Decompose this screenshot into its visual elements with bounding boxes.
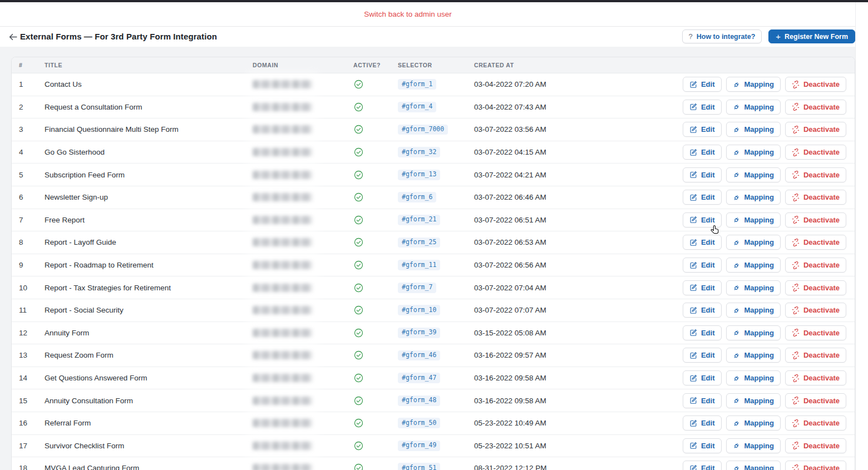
broken-link-icon — [792, 194, 800, 201]
edit-button[interactable]: Edit — [683, 303, 722, 318]
check-circle-icon — [354, 418, 363, 428]
mapping-button[interactable]: Mapping — [726, 145, 781, 160]
deactivate-button[interactable]: Deactivate — [785, 167, 846, 182]
edit-label: Edit — [701, 284, 715, 292]
deactivate-button[interactable]: Deactivate — [785, 235, 846, 250]
deactivate-button[interactable]: Deactivate — [785, 212, 846, 227]
deactivate-button[interactable]: Deactivate — [785, 145, 846, 160]
deactivate-button[interactable]: Deactivate — [785, 77, 846, 92]
deactivate-button[interactable]: Deactivate — [785, 461, 846, 470]
deactivate-button[interactable]: Deactivate — [785, 122, 846, 137]
deactivate-button[interactable]: Deactivate — [785, 438, 846, 453]
plug-mapping-icon — [733, 374, 741, 382]
edit-pencil-icon — [689, 194, 697, 201]
row-actions: Edit Mapping Deactivate — [684, 348, 846, 363]
form-title: Annuity Consultation Form — [45, 397, 253, 405]
edit-button[interactable]: Edit — [683, 325, 722, 340]
edit-button[interactable]: Edit — [683, 77, 722, 92]
deactivate-button[interactable]: Deactivate — [785, 100, 846, 115]
row-number: 12 — [19, 329, 45, 337]
row-number: 8 — [19, 238, 45, 246]
how-to-integrate-button[interactable]: ? How to integrate? — [682, 29, 762, 43]
mapping-button[interactable]: Mapping — [726, 303, 781, 318]
deactivate-button[interactable]: Deactivate — [785, 303, 846, 318]
deactivate-label: Deactivate — [803, 329, 840, 337]
edit-button[interactable]: Edit — [683, 370, 722, 385]
edit-button[interactable]: Edit — [683, 280, 722, 295]
mapping-button[interactable]: Mapping — [726, 325, 781, 340]
edit-button[interactable]: Edit — [683, 145, 722, 160]
plug-mapping-icon — [733, 464, 741, 470]
edit-button[interactable]: Edit — [683, 348, 722, 363]
back-arrow-icon[interactable] — [7, 31, 19, 43]
form-domain-blurred — [253, 299, 353, 321]
deactivate-button[interactable]: Deactivate — [785, 325, 846, 340]
scrollbar[interactable] — [855, 2, 868, 470]
mapping-label: Mapping — [744, 261, 774, 269]
switch-back-to-admin-link[interactable]: Switch back to admin user — [364, 2, 452, 27]
form-title: Request Zoom Form — [45, 351, 253, 359]
edit-button[interactable]: Edit — [683, 415, 722, 431]
edit-label: Edit — [701, 442, 715, 450]
deactivate-button[interactable]: Deactivate — [785, 370, 846, 385]
register-new-form-button[interactable]: + Register New Form — [768, 29, 855, 43]
col-header-title: TITLE — [45, 62, 253, 68]
mapping-button[interactable]: Mapping — [726, 77, 781, 92]
mapping-button[interactable]: Mapping — [726, 415, 781, 431]
deactivate-label: Deactivate — [803, 374, 840, 382]
row-actions: Edit Mapping Deactivate — [684, 258, 846, 273]
mapping-button[interactable]: Mapping — [726, 212, 781, 227]
deactivate-label: Deactivate — [803, 442, 840, 450]
deactivate-button[interactable]: Deactivate — [785, 280, 846, 295]
edit-pencil-icon — [689, 419, 697, 427]
mapping-button[interactable]: Mapping — [726, 190, 781, 205]
deactivate-button[interactable]: Deactivate — [785, 415, 846, 431]
check-circle-icon — [354, 373, 363, 383]
deactivate-button[interactable]: Deactivate — [785, 190, 846, 205]
form-title: Subscription Feed Form — [45, 171, 253, 179]
row-number: 18 — [19, 464, 45, 470]
mapping-button[interactable]: Mapping — [726, 167, 781, 182]
edit-button[interactable]: Edit — [683, 167, 722, 182]
mapping-button[interactable]: Mapping — [726, 438, 781, 453]
deactivate-button[interactable]: Deactivate — [785, 393, 846, 408]
plug-mapping-icon — [733, 171, 741, 179]
table-row: 11 Report - Social Security #gform_10 03… — [12, 299, 855, 322]
mapping-button[interactable]: Mapping — [726, 122, 781, 137]
edit-pencil-icon — [689, 171, 697, 179]
mapping-label: Mapping — [744, 216, 774, 224]
form-domain-blurred — [253, 186, 353, 209]
mapping-button[interactable]: Mapping — [726, 258, 781, 273]
edit-pencil-icon — [689, 216, 697, 224]
mapping-button[interactable]: Mapping — [726, 393, 781, 408]
edit-button[interactable]: Edit — [683, 100, 722, 115]
check-circle-icon — [354, 283, 363, 293]
edit-button[interactable]: Edit — [683, 461, 722, 470]
deactivate-button[interactable]: Deactivate — [785, 348, 846, 363]
check-circle-icon — [354, 80, 363, 89]
mapping-button[interactable]: Mapping — [726, 235, 781, 250]
mapping-button[interactable]: Mapping — [726, 348, 781, 363]
edit-button[interactable]: Edit — [683, 438, 722, 453]
plug-mapping-icon — [733, 397, 741, 404]
table-row: 9 Report - Roadmap to Retirement #gform_… — [12, 254, 855, 277]
edit-button[interactable]: Edit — [683, 393, 722, 408]
mapping-button[interactable]: Mapping — [726, 461, 781, 470]
edit-button[interactable]: Edit — [683, 235, 722, 250]
mapping-button[interactable]: Mapping — [726, 280, 781, 295]
plug-mapping-icon — [733, 216, 741, 224]
form-title: Request a Consultation Form — [45, 103, 253, 111]
mapping-label: Mapping — [744, 148, 774, 156]
edit-button[interactable]: Edit — [683, 258, 722, 273]
deactivate-label: Deactivate — [803, 306, 840, 314]
active-status — [353, 102, 398, 112]
mapping-button[interactable]: Mapping — [726, 370, 781, 385]
edit-button[interactable]: Edit — [683, 212, 722, 227]
edit-button[interactable]: Edit — [683, 122, 722, 137]
form-title: MVGA Lead Capturing Form — [45, 464, 253, 470]
form-title: Report - Tax Strategies for Retirement — [45, 284, 253, 292]
deactivate-button[interactable]: Deactivate — [785, 258, 846, 273]
edit-button[interactable]: Edit — [683, 190, 722, 205]
blurred-domain-text — [253, 374, 313, 382]
mapping-button[interactable]: Mapping — [726, 100, 781, 115]
